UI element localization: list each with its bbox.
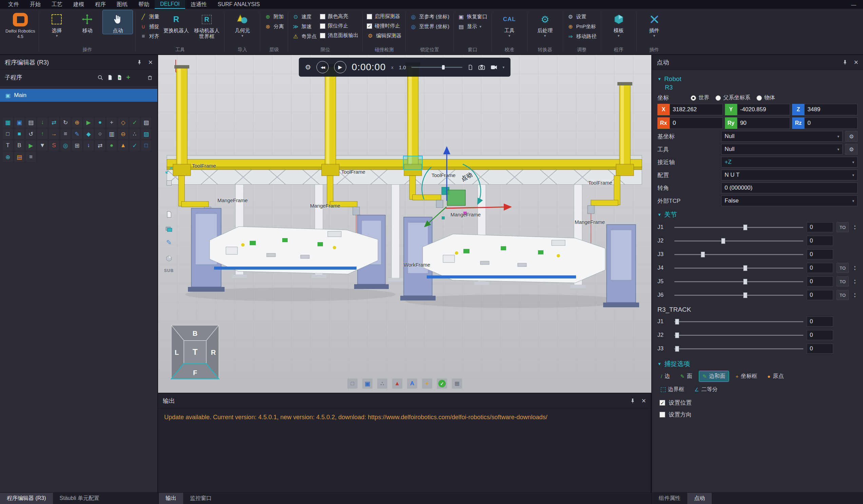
coord-object-radio[interactable]: 物体	[756, 94, 775, 101]
move-robot-world-frame-button[interactable]: R 移动机器人世界框	[192, 10, 222, 40]
instruction-icon[interactable]: □	[141, 140, 151, 151]
joint-j2-slider[interactable]	[674, 238, 803, 244]
instruction-icon[interactable]: ▣	[14, 117, 24, 127]
settings-button[interactable]: ⚙ 设置	[566, 13, 598, 20]
joint-j3-slider[interactable]	[674, 251, 803, 258]
tab-program-editor[interactable]: 程序编辑器 (R3)	[0, 493, 53, 504]
snap-bisect-button[interactable]: ∠二等分	[691, 384, 721, 395]
joint-j6-input[interactable]: 0	[807, 290, 833, 300]
component-select-icon[interactable]: ▣	[362, 378, 373, 389]
menu-delfoi[interactable]: DELFOI	[155, 0, 185, 9]
layers-icon[interactable]	[165, 226, 173, 232]
instruction-icon[interactable]: ▶	[84, 117, 93, 127]
menu-surf-analysis[interactable]: SURF ANALYSIS	[212, 0, 265, 9]
restore-windows-button[interactable]: ▣ 恢复窗口	[456, 13, 489, 20]
instruction-icon[interactable]: ≡	[26, 152, 36, 162]
detach-button[interactable]: ⊗ 分离	[263, 23, 285, 30]
instruction-icon[interactable]: ↻	[60, 117, 71, 127]
instruction-icon[interactable]: ⇄	[95, 140, 105, 151]
snap-face-button[interactable]: ✎面	[677, 371, 696, 381]
viewport-3d[interactable]: ToolFrame ToolFrame ToolFrame ToolFrame …	[158, 55, 651, 393]
slider-handle[interactable]	[721, 238, 725, 244]
instruction-icon[interactable]: ↓	[84, 140, 93, 151]
instruction-icon[interactable]: ▦	[3, 117, 13, 127]
to-button[interactable]: TO	[837, 290, 849, 300]
menu-drawing[interactable]: 图纸	[111, 0, 133, 9]
template-button[interactable]: 模板 ▾	[604, 10, 634, 38]
color-highlight-checkbox[interactable]: 颜色高亮	[318, 13, 360, 20]
menu-process[interactable]: 工艺	[46, 0, 68, 9]
joint-j5-input[interactable]: 0	[807, 276, 833, 287]
track-j3-input[interactable]: 0	[807, 343, 833, 354]
snap-edge-button[interactable]: /边	[658, 371, 673, 381]
instruction-icon[interactable]: ■	[14, 129, 24, 139]
robot-section-header[interactable]: ▼ Robot	[658, 75, 858, 83]
export-icon[interactable]	[468, 64, 473, 70]
instruction-icon[interactable]: ✎	[72, 129, 82, 139]
snap-frame-button[interactable]: +坐标框	[732, 371, 761, 381]
robot-name[interactable]: R3	[658, 84, 858, 91]
window-select-icon[interactable]: □	[347, 378, 358, 389]
coord-parent-radio[interactable]: 父系坐标系	[715, 94, 750, 101]
enable-detector-checkbox[interactable]: 启用探测器	[365, 13, 403, 20]
speed-slider-handle[interactable]	[442, 65, 445, 70]
grid-toggle-icon[interactable]: ⊞	[452, 378, 462, 389]
speed-slider[interactable]	[412, 64, 462, 70]
to-button[interactable]: TO	[837, 263, 849, 273]
snap-options-section-header[interactable]: ▼ 捕捉选项	[658, 360, 858, 368]
instruction-icon[interactable]: ◇	[118, 117, 128, 127]
chevron-down-icon[interactable]: ▾	[503, 65, 505, 69]
close-icon[interactable]: ×	[148, 59, 153, 66]
slider-handle[interactable]	[743, 279, 747, 285]
camera-icon[interactable]	[478, 65, 485, 70]
menu-modeling[interactable]: 建模	[68, 0, 90, 9]
chart-icon[interactable]: ▲	[392, 378, 402, 389]
instruction-icon[interactable]: ◎	[60, 140, 71, 151]
plugins-button[interactable]: 插件 ▾	[639, 10, 669, 38]
coord-world-radio[interactable]: 世界	[691, 94, 709, 101]
search-icon[interactable]	[97, 75, 103, 80]
calibration-tools-button[interactable]: CAL 工具 ▾	[495, 10, 524, 38]
instruction-icon[interactable]: ⊕	[72, 117, 82, 127]
track-section-header[interactable]: R3_TRACK	[658, 306, 858, 313]
accel-limit-button[interactable]: ≫ 加速	[291, 23, 318, 30]
menu-file[interactable]: 文件	[3, 0, 24, 9]
message-output-checkbox[interactable]: 消息面板输出	[318, 32, 360, 39]
select-button[interactable]: 选择 ▾	[42, 10, 72, 38]
instruction-icon[interactable]: ▥	[107, 129, 117, 139]
move-button[interactable]: 移动	[72, 10, 102, 34]
measure-button[interactable]: ╱ 测量	[138, 13, 161, 20]
slider-handle[interactable]	[743, 225, 747, 230]
file-icon[interactable]	[107, 75, 113, 80]
instruction-icon[interactable]: ↑	[37, 129, 48, 139]
rz-input[interactable]: 0	[804, 117, 858, 129]
close-icon[interactable]: ×	[854, 59, 858, 66]
close-icon[interactable]: ×	[641, 397, 646, 405]
play-button[interactable]: ▶	[334, 61, 346, 73]
lock-to-reference-button[interactable]: ◎ 至参考 (坐标)	[409, 13, 450, 20]
frame-toggle-icon[interactable]	[166, 180, 172, 186]
singularity-button[interactable]: ⚠ 奇异点	[291, 33, 318, 40]
tab-monitor-window[interactable]: 监控窗口	[183, 493, 218, 504]
add-icon[interactable]: +	[126, 74, 130, 81]
base-frame-gear-button[interactable]: ⚙	[845, 131, 858, 142]
track-j2-slider[interactable]	[674, 332, 803, 339]
menu-home[interactable]: 开始	[24, 0, 46, 9]
track-j1-slider[interactable]	[674, 318, 803, 325]
z-input[interactable]: 3489	[804, 104, 858, 115]
menu-program[interactable]: 程序	[90, 0, 111, 9]
rewind-button[interactable]: ◀◀	[316, 61, 329, 73]
y-input[interactable]: -4020.859	[737, 104, 790, 115]
instruction-icon[interactable]: ↺	[26, 129, 36, 139]
simulation-ok-icon[interactable]: ✓	[437, 378, 447, 389]
instruction-icon[interactable]: ▶	[26, 140, 36, 151]
instruction-icon[interactable]: ▨	[141, 129, 151, 139]
snap-button[interactable]: ∪ 捕捉	[138, 23, 161, 30]
joint-j4-slider[interactable]	[674, 265, 803, 271]
slider-handle[interactable]	[701, 252, 705, 257]
joint-j5-slider[interactable]	[674, 278, 803, 285]
instruction-icon[interactable]: ▤	[14, 152, 24, 162]
menu-connectivity[interactable]: 连通性	[185, 0, 212, 9]
text-annotation-icon[interactable]: A	[407, 378, 417, 389]
spinner[interactable]: ▲▼	[852, 225, 858, 230]
